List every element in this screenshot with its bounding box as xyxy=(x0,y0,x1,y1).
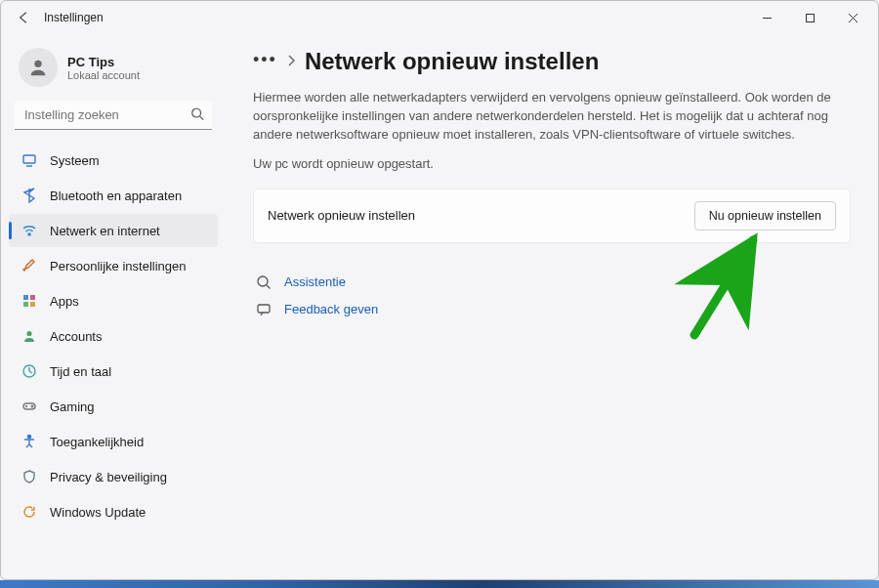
sidebar-item-label: Windows Update xyxy=(50,505,146,520)
sidebar-item-bluetooth[interactable]: Bluetooth en apparaten xyxy=(9,179,218,212)
sidebar-item-time[interactable]: Tijd en taal xyxy=(9,355,218,388)
svg-point-18 xyxy=(27,435,30,438)
paintbrush-icon xyxy=(21,257,38,274)
svg-point-14 xyxy=(26,331,31,336)
sidebar-item-label: Apps xyxy=(50,294,79,309)
sidebar-item-accounts[interactable]: Accounts xyxy=(9,319,218,353)
svg-rect-1 xyxy=(806,14,814,21)
account-sub: Lokaal account xyxy=(67,69,140,81)
sidebar-item-system[interactable]: Systeem xyxy=(9,144,218,177)
breadcrumb: ••• Netwerk opnieuw instellen xyxy=(253,48,851,75)
svg-rect-10 xyxy=(23,295,28,300)
svg-point-19 xyxy=(258,276,268,286)
accounts-icon xyxy=(21,327,38,345)
svg-rect-12 xyxy=(23,302,28,307)
window-title: Instellingen xyxy=(44,11,104,24)
sidebar-item-label: Gaming xyxy=(50,399,95,414)
sidebar-item-gaming[interactable]: Gaming xyxy=(9,390,218,423)
accessibility-icon xyxy=(21,433,38,450)
sidebar-item-label: Persoonlijke instellingen xyxy=(50,259,186,273)
sidebar-item-network[interactable]: Netwerk en internet xyxy=(9,214,218,247)
svg-point-17 xyxy=(31,405,33,407)
svg-rect-21 xyxy=(258,305,270,313)
wifi-icon xyxy=(21,222,38,239)
help-link-row[interactable]: Assistentie xyxy=(253,269,851,296)
account-block[interactable]: PC Tips Lokaal account xyxy=(9,42,218,99)
bluetooth-icon xyxy=(21,187,38,204)
svg-point-5 xyxy=(192,108,201,117)
sidebar-item-label: Netwerk en internet xyxy=(50,224,160,238)
page-title: Netwerk opnieuw instellen xyxy=(305,48,599,75)
chevron-right-icon xyxy=(287,55,295,69)
sidebar-item-apps[interactable]: Apps xyxy=(9,284,218,317)
shield-icon xyxy=(21,468,38,485)
help-link[interactable]: Assistentie xyxy=(284,274,346,289)
close-button[interactable] xyxy=(833,4,872,31)
feedback-icon xyxy=(255,301,272,318)
sidebar-item-label: Systeem xyxy=(50,153,100,168)
apps-icon xyxy=(21,292,38,310)
sidebar-item-privacy[interactable]: Privacy & beveiliging xyxy=(9,460,218,493)
maximize-button[interactable] xyxy=(790,4,829,31)
sidebar-item-personalization[interactable]: Persoonlijke instellingen xyxy=(9,249,218,282)
sidebar-item-accessibility[interactable]: Toegankelijkheid xyxy=(9,425,218,458)
svg-point-9 xyxy=(28,233,30,235)
card-title: Netwerk opnieuw instellen xyxy=(268,208,415,223)
back-button[interactable] xyxy=(11,11,38,24)
avatar xyxy=(19,48,58,87)
reset-now-button[interactable]: Nu opnieuw instellen xyxy=(694,201,836,231)
system-icon xyxy=(21,151,38,169)
page-description-2: Uw pc wordt opnieuw opgestart. xyxy=(253,156,851,171)
reset-card: Netwerk opnieuw instellen Nu opnieuw ins… xyxy=(253,189,851,243)
page-description: Hiermee worden alle netwerkadapters verw… xyxy=(253,89,851,145)
sidebar-item-label: Bluetooth en apparaten xyxy=(50,189,182,203)
sidebar: PC Tips Lokaal account Systeem xyxy=(1,34,226,579)
main-content: ••• Netwerk opnieuw instellen Hiermee wo… xyxy=(226,34,878,579)
minimize-button[interactable] xyxy=(747,4,786,31)
sidebar-item-label: Privacy & beveiliging xyxy=(50,470,167,484)
update-icon xyxy=(21,503,38,521)
gaming-icon xyxy=(21,398,38,415)
search-icon xyxy=(190,107,204,124)
feedback-link-row[interactable]: Feedback geven xyxy=(253,296,851,323)
svg-rect-13 xyxy=(30,302,35,307)
taskbar-sliver xyxy=(0,580,879,588)
feedback-link[interactable]: Feedback geven xyxy=(284,302,378,316)
svg-rect-7 xyxy=(23,155,35,163)
clock-icon xyxy=(21,362,38,380)
sidebar-item-label: Tijd en taal xyxy=(50,364,111,379)
svg-rect-11 xyxy=(30,295,35,300)
svg-point-4 xyxy=(34,61,41,67)
breadcrumb-overflow[interactable]: ••• xyxy=(253,50,277,74)
svg-line-20 xyxy=(267,285,271,289)
search-box[interactable] xyxy=(15,101,212,130)
svg-line-6 xyxy=(200,116,204,120)
sidebar-item-update[interactable]: Windows Update xyxy=(9,495,218,528)
help-icon xyxy=(255,273,272,291)
sidebar-item-label: Toegankelijkheid xyxy=(50,435,144,449)
account-name: PC Tips xyxy=(67,55,140,69)
search-input[interactable] xyxy=(15,101,212,130)
sidebar-item-label: Accounts xyxy=(50,329,102,344)
